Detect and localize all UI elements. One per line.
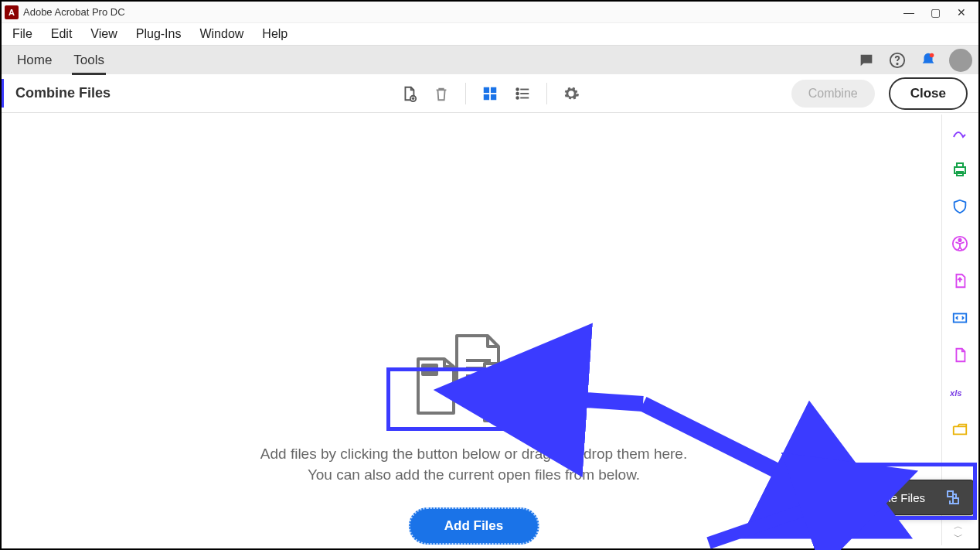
svg-point-10 xyxy=(516,97,519,99)
svg-text:xls: xls xyxy=(950,388,961,398)
add-file-icon[interactable] xyxy=(400,85,417,102)
svg-point-17 xyxy=(958,239,961,241)
page-icon[interactable] xyxy=(950,345,970,365)
svg-rect-14 xyxy=(957,163,963,167)
svg-point-9 xyxy=(516,92,519,94)
accessibility-icon[interactable] xyxy=(950,234,970,254)
combine-button: Combine xyxy=(791,80,875,108)
titlebar: A Adobe Acrobat Pro DC — ▢ ✕ xyxy=(2,2,978,23)
menu-edit[interactable]: Edit xyxy=(43,26,80,43)
trash-icon[interactable] xyxy=(433,85,450,102)
combine-files-tooltip[interactable]: Combine Files xyxy=(839,480,974,515)
combine-files-icon xyxy=(944,488,962,507)
drop-hint-1: Add files by clicking the button below o… xyxy=(260,446,687,463)
svg-point-8 xyxy=(516,88,519,91)
svg-rect-4 xyxy=(484,87,489,92)
svg-point-1 xyxy=(897,63,897,64)
tabbar: Home Tools xyxy=(2,45,978,74)
html-icon[interactable] xyxy=(950,308,970,328)
gear-icon[interactable] xyxy=(563,85,580,102)
close-button[interactable]: Close xyxy=(889,77,968,110)
menu-view[interactable]: View xyxy=(83,26,124,43)
printer-icon[interactable] xyxy=(950,159,970,179)
files-illustration-icon xyxy=(412,331,536,434)
svg-rect-6 xyxy=(484,94,489,99)
svg-rect-5 xyxy=(491,87,496,92)
separator xyxy=(465,83,466,104)
app-title: Adobe Acrobat Pro DC xyxy=(23,6,903,18)
separator xyxy=(546,83,547,104)
svg-rect-7 xyxy=(491,94,496,99)
app-icon: A xyxy=(5,5,19,19)
export-icon[interactable] xyxy=(950,271,970,291)
menubar: File Edit View Plug-Ins Window Help xyxy=(2,23,978,45)
page-title: Combine Files xyxy=(15,85,111,101)
maximize-button[interactable]: ▢ xyxy=(929,6,941,19)
list-view-icon[interactable] xyxy=(514,85,531,102)
menu-window[interactable]: Window xyxy=(192,26,251,43)
close-window-button[interactable]: ✕ xyxy=(955,6,968,19)
tab-home[interactable]: Home xyxy=(6,46,63,75)
folder-icon[interactable] xyxy=(950,419,970,439)
add-files-button[interactable]: Add Files xyxy=(409,507,539,545)
chat-icon[interactable] xyxy=(856,50,876,70)
menu-help[interactable]: Help xyxy=(254,26,295,43)
expand-arrows[interactable]: ︿ ﹀ xyxy=(951,522,966,541)
drop-hint-2: You can also add the current open files … xyxy=(308,466,640,483)
avatar[interactable] xyxy=(949,49,972,72)
minimize-button[interactable]: — xyxy=(903,6,915,19)
chevron-down-icon[interactable]: ﹀ xyxy=(954,533,963,541)
tooltip-label: Combine Files xyxy=(851,491,925,504)
notifications-icon[interactable] xyxy=(918,50,938,70)
xls-icon[interactable]: xls xyxy=(950,382,970,402)
svg-point-2 xyxy=(930,53,934,58)
grid-view-icon[interactable] xyxy=(481,85,499,102)
toolbar-combine: Combine Files Combine Close xyxy=(2,74,978,113)
help-icon[interactable] xyxy=(887,50,907,70)
content-area[interactable]: Add files by clicking the button below o… xyxy=(8,114,940,545)
tab-tools[interactable]: Tools xyxy=(63,46,115,75)
shield-icon[interactable] xyxy=(950,196,970,217)
edit-sign-icon[interactable] xyxy=(950,122,970,142)
svg-rect-11 xyxy=(423,365,437,374)
chevron-up-icon[interactable]: ︿ xyxy=(954,522,963,530)
menu-plugins[interactable]: Plug-Ins xyxy=(128,26,189,43)
menu-file[interactable]: File xyxy=(5,26,40,43)
